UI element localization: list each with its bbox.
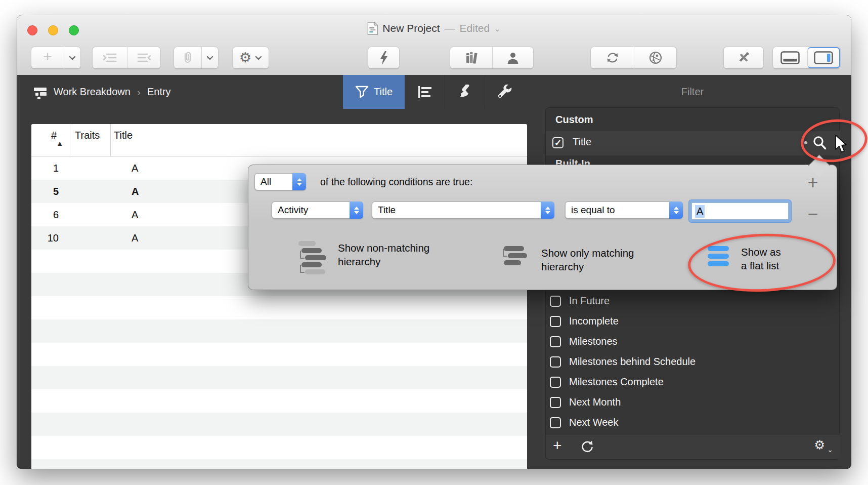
window-title-group: New Project — Edited ⌄	[367, 22, 500, 35]
column-header-traits[interactable]: Traits	[70, 124, 110, 156]
builtin-filter-item[interactable]: Milestones	[546, 332, 840, 352]
builtin-filter-label: Next Month	[569, 396, 621, 408]
outdent-button[interactable]	[127, 47, 160, 68]
builtin-filter-checkbox[interactable]	[550, 336, 561, 347]
outdent-icon	[137, 52, 152, 63]
condition-value-field[interactable]: A	[689, 200, 791, 222]
wrench-icon	[497, 85, 513, 100]
add-task-button[interactable]: +	[31, 47, 64, 68]
sync-button[interactable]	[591, 47, 634, 68]
refresh-filters-button[interactable]	[580, 439, 594, 454]
add-filter-button[interactable]: +	[553, 438, 562, 453]
breadcrumb: Work Breakdown › Entry	[33, 75, 171, 109]
builtin-filter-label: Milestones Complete	[569, 376, 664, 388]
builtin-filter-checkbox[interactable]	[550, 377, 561, 388]
stepper-icon	[292, 173, 306, 190]
toggle-right-panel-button[interactable]	[807, 47, 840, 68]
condition-field-dropdown[interactable]: Title	[372, 201, 554, 219]
row-number: 6	[31, 209, 70, 221]
builtin-filter-checkbox[interactable]	[550, 417, 561, 428]
close-window-button[interactable]	[27, 25, 37, 35]
action-gear-menu-button[interactable]: ⚙	[232, 47, 269, 69]
attach-button[interactable]	[174, 47, 201, 68]
minimize-window-button[interactable]	[48, 25, 58, 35]
builtin-filter-label: Milestones behind Schedule	[569, 356, 696, 368]
lightning-bolt-icon	[380, 51, 388, 65]
cursor-arrow-icon	[835, 135, 848, 154]
condition-scope-dropdown[interactable]: Activity	[272, 201, 363, 219]
check-icon: ✓	[554, 139, 561, 147]
breadcrumb-separator: ›	[136, 86, 142, 98]
custom-tools-wrench-button[interactable]	[485, 75, 525, 109]
refresh-icon	[580, 439, 594, 454]
publish-button[interactable]	[634, 47, 676, 68]
builtin-filter-item[interactable]: Milestones behind Schedule	[546, 352, 840, 373]
library-button[interactable]	[450, 47, 492, 68]
breadcrumb-section[interactable]: Work Breakdown	[54, 86, 131, 98]
sync-arrows-icon	[605, 51, 620, 65]
builtin-filter-checkbox[interactable]	[550, 397, 561, 408]
toggle-bottom-panel-button[interactable]	[773, 47, 807, 68]
attach-menu-button[interactable]	[201, 47, 218, 68]
crossed-tools-icon	[736, 50, 751, 65]
library-books-icon	[465, 51, 478, 64]
indent-button[interactable]	[93, 47, 127, 68]
builtin-filter-label: Milestones	[569, 336, 618, 347]
option-show-only-matching[interactable]: Show only matching hierarchy	[503, 246, 634, 273]
match-quantifier-dropdown[interactable]: All	[254, 173, 306, 190]
zoom-window-button[interactable]	[69, 25, 79, 35]
chevron-down-icon	[206, 56, 213, 60]
filter-toolbar: Title	[343, 75, 525, 109]
inspector-tools-button[interactable]	[723, 47, 764, 69]
sort-ascending-icon[interactable]: ▲	[56, 139, 63, 147]
add-task-segment: +	[31, 47, 81, 69]
option-show-non-matching[interactable]: Show non-matching hierarchy	[294, 241, 429, 276]
builtin-filter-checkbox[interactable]	[550, 356, 561, 368]
custom-filter-checkbox[interactable]: ✓	[552, 137, 563, 148]
bottom-panel-icon	[780, 51, 800, 64]
builtin-filter-item[interactable]: Next Week	[546, 413, 840, 433]
builtin-filter-item[interactable]: Incomplete	[546, 312, 840, 332]
builtin-filter-item[interactable]: Next Month	[546, 393, 840, 413]
builtin-filter-item[interactable]: Milestones Complete	[546, 373, 840, 393]
title-chevron-icon[interactable]: ⌄	[494, 24, 501, 33]
gear-icon: ⚙	[239, 51, 251, 65]
remove-condition-button[interactable]: −	[803, 204, 823, 225]
resources-button[interactable]	[492, 47, 533, 68]
active-filter-button[interactable]: Title	[343, 75, 405, 109]
window-title: New Project	[382, 22, 440, 34]
builtin-filter-item[interactable]: In Future	[546, 292, 840, 312]
chevron-down-icon	[69, 56, 76, 60]
matching-hierarchy-icon	[503, 246, 530, 273]
condition-operator-dropdown[interactable]: is equal to	[565, 201, 683, 219]
chevron-down-icon	[255, 56, 262, 60]
filter-gear-menu-button[interactable]: ⚙	[814, 439, 825, 451]
builtin-filter-checkbox[interactable]	[550, 296, 561, 307]
row-number: 5	[31, 186, 70, 197]
selected-text: A	[695, 205, 705, 218]
outline-view-button[interactable]	[405, 75, 445, 109]
active-filter-label: Title	[374, 86, 393, 98]
outline-icon	[417, 85, 432, 99]
person-icon	[506, 51, 519, 64]
builtin-filter-checkbox[interactable]	[550, 316, 561, 327]
builtin-filter-list: In Future Incomplete Milestones Mileston…	[546, 292, 840, 433]
edited-label[interactable]: Edited	[460, 22, 490, 34]
indent-outdent-segment	[92, 47, 161, 69]
column-header-number[interactable]: # ▲	[31, 124, 70, 156]
sync-publish-segment	[590, 47, 677, 69]
filter-panel-title: Filter	[545, 75, 840, 109]
document-icon	[367, 22, 378, 35]
table-header: # ▲ Traits Title	[31, 124, 527, 156]
breadcrumb-page[interactable]: Entry	[147, 86, 171, 98]
column-header-title[interactable]: Title	[110, 124, 527, 156]
styles-brush-button[interactable]	[445, 75, 485, 109]
add-task-menu-button[interactable]	[64, 47, 80, 68]
right-panel-icon	[814, 51, 833, 64]
catch-up-button[interactable]	[368, 47, 400, 69]
custom-filter-row[interactable]: ✓ Title •	[546, 131, 840, 155]
mouse-cursor	[835, 135, 848, 154]
non-matching-hierarchy-icon	[294, 241, 327, 276]
work-breakdown-icon	[33, 85, 48, 100]
stepper-icon	[541, 201, 554, 219]
